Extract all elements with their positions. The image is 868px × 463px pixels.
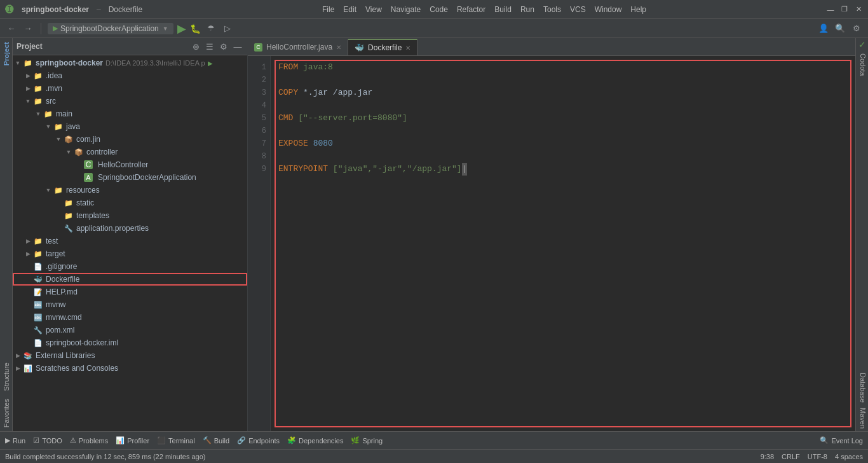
spring-bottom-item[interactable]: 🌿 Spring — [351, 436, 383, 445]
favorites-side-label[interactable]: Favorites — [1, 395, 11, 431]
mvn-arrow: ▶ — [23, 85, 33, 92]
collapse-all-icon[interactable]: ☰ — [204, 41, 215, 52]
forward-button[interactable]: → — [22, 22, 34, 35]
run-config[interactable]: ▶ SpringbootDockerApplication ▼ — [48, 23, 173, 34]
scratches-icon: 📊 — [23, 363, 33, 373]
search-button[interactable]: 🔍 — [834, 22, 846, 35]
run-bottom-item[interactable]: ▶ Run — [5, 436, 25, 445]
profile-button[interactable]: 👤 — [817, 22, 830, 35]
menu-edit[interactable]: Edit — [343, 5, 356, 14]
code-content[interactable]: FROM java:8 COPY *.jar /app.jar CMD ["--… — [271, 56, 855, 431]
tree-item-java[interactable]: ▼ 📁 java — [13, 120, 247, 133]
menu-tools[interactable]: Tools — [543, 5, 561, 14]
tree-item-test[interactable]: ▶ 📁 test — [13, 235, 247, 247]
tree-item-comjin[interactable]: ▼ 📦 com.jin — [13, 133, 247, 146]
more-run-button[interactable]: ▷ — [221, 22, 234, 35]
tree-item-pomxml[interactable]: 🔧 pom.xml — [13, 324, 247, 336]
sidebar-settings-icon[interactable]: ⚙ — [218, 41, 229, 52]
dependencies-icon: 🧩 — [287, 436, 296, 445]
settings-button[interactable]: ⚙ — [850, 22, 863, 35]
tab-dockerfile-close[interactable]: ✕ — [405, 45, 410, 52]
main-area: Project Structure Favorites Project ⊕ ☰ … — [0, 38, 868, 431]
sync-icon[interactable]: ⊕ — [190, 41, 201, 52]
menu-view[interactable]: View — [365, 5, 382, 14]
scratches-arrow: ▶ — [13, 365, 23, 371]
debug-button[interactable]: 🐛 — [190, 24, 201, 34]
tree-item-src[interactable]: ▼ 📁 src — [13, 95, 247, 107]
code-line-9: ENTRYPOINT ["java","-jar","/app.jar"]| — [278, 163, 848, 176]
codota-label[interactable]: Codota — [856, 51, 868, 78]
run-config-dropdown[interactable]: ▼ — [163, 25, 168, 32]
profiler-bottom-item[interactable]: 📊 Profiler — [116, 436, 149, 445]
dependencies-bottom-item[interactable]: 🧩 Dependencies — [287, 436, 343, 445]
root-arrow: ▼ — [13, 60, 23, 66]
static-icon: 📁 — [64, 198, 74, 208]
tree-item-resources[interactable]: ▼ 📁 resources — [13, 184, 247, 197]
run-config-icon: ▶ — [53, 24, 58, 32]
dependencies-label: Dependencies — [299, 437, 343, 445]
tree-item-mvnwcmd[interactable]: 🔤 mvnw.cmd — [13, 311, 247, 324]
menu-run[interactable]: Run — [520, 5, 534, 14]
status-line-ending[interactable]: CRLF — [782, 453, 800, 460]
tree-item-hellocontroller[interactable]: C HelloController — [13, 158, 247, 171]
menu-refactor[interactable]: Refactor — [457, 5, 485, 14]
tree-item-idea[interactable]: ▶ 📁 .idea — [13, 69, 247, 82]
tab-dockerfile[interactable]: 🐳 Dockerfile ✕ — [348, 39, 417, 55]
close-button[interactable]: ✕ — [854, 5, 863, 14]
checkmark-area: ✓ — [856, 38, 868, 51]
maximize-button[interactable]: ❐ — [840, 5, 849, 14]
back-button[interactable]: ← — [5, 22, 18, 35]
menu-navigate[interactable]: Navigate — [391, 5, 421, 14]
tab-hellocontroller-icon: C — [254, 43, 262, 52]
event-log-label: Event Log — [831, 437, 863, 445]
build-bottom-item[interactable]: 🔨 Build — [203, 436, 229, 445]
sidebar-close-icon[interactable]: — — [232, 41, 243, 52]
tree-item-main[interactable]: ▼ 📁 main — [13, 107, 247, 120]
problems-bottom-item[interactable]: ⚠ Problems — [70, 436, 108, 445]
tree-item-root[interactable]: ▼ 📁 springboot-docker D:\IDEA 2019.3.3\I… — [13, 57, 247, 69]
hello-label: HelloController — [98, 160, 148, 169]
menu-file[interactable]: File — [322, 5, 334, 14]
tree-item-springbootapp[interactable]: A SpringbootDockerApplication — [13, 171, 247, 184]
tab-hellocontroller[interactable]: C HelloController.java ✕ — [248, 39, 348, 55]
database-label[interactable]: Database — [856, 370, 868, 405]
mvnwcmd-label: mvnw.cmd — [46, 313, 82, 322]
maven-label[interactable]: Maven — [856, 405, 868, 431]
code-line-3: COPY *.jar /app.jar — [278, 86, 848, 99]
endpoints-bottom-item[interactable]: 🔗 Endpoints — [237, 436, 280, 445]
comjin-label: com.jin — [76, 135, 100, 144]
project-side-label[interactable]: Project — [1, 38, 11, 69]
structure-side-label[interactable]: Structure — [1, 359, 11, 395]
menu-code[interactable]: Code — [430, 5, 448, 14]
tab-hellocontroller-close[interactable]: ✕ — [336, 44, 341, 51]
tree-item-templates[interactable]: 📁 templates — [13, 209, 247, 222]
status-indent[interactable]: 4 spaces — [835, 453, 863, 460]
status-encoding[interactable]: UTF-8 — [808, 453, 827, 460]
tree-item-gitignore[interactable]: 📄 .gitignore — [13, 260, 247, 273]
tree-item-appprops[interactable]: 🔧 application.properties — [13, 222, 247, 235]
tree-item-scratches[interactable]: ▶ 📊 Scratches and Consoles — [13, 362, 247, 375]
event-log-item[interactable]: 🔍 Event Log — [820, 436, 863, 445]
coverage-button[interactable]: ☂ — [205, 22, 217, 35]
tree-item-target[interactable]: ▶ 📁 target — [13, 247, 247, 260]
code-line-5: CMD ["--server.port=8080"] — [278, 112, 848, 125]
status-bar: Build completed successfully in 12 sec, … — [0, 449, 868, 463]
tree-item-iml[interactable]: 📄 springboot-docker.iml — [13, 336, 247, 349]
todo-bottom-item[interactable]: ☑ TODO — [33, 436, 62, 445]
menu-help[interactable]: Help — [630, 5, 646, 14]
tree-item-static[interactable]: 📁 static — [13, 197, 247, 209]
tree-item-extlibs[interactable]: ▶ 📚 External Libraries — [13, 349, 247, 362]
tree-item-mvnw[interactable]: 🔤 mvnw — [13, 298, 247, 311]
toolbar-sep-1 — [41, 23, 41, 34]
menu-window[interactable]: Window — [595, 5, 622, 14]
run-button[interactable]: ▶ — [177, 22, 186, 36]
terminal-bottom-item[interactable]: ⬛ Terminal — [157, 436, 195, 445]
menu-vcs[interactable]: VCS — [570, 5, 586, 14]
tree-item-mvn[interactable]: ▶ 📁 .mvn — [13, 82, 247, 95]
tree-item-helpmd[interactable]: 📝 HELP.md — [13, 286, 247, 298]
tree-item-controller[interactable]: ▼ 📦 controller — [13, 146, 247, 158]
minimize-button[interactable]: — — [826, 5, 835, 14]
gitignore-icon: 📄 — [33, 261, 43, 272]
tree-item-dockerfile[interactable]: 🐳 Dockerfile — [13, 273, 247, 286]
menu-build[interactable]: Build — [494, 5, 512, 14]
